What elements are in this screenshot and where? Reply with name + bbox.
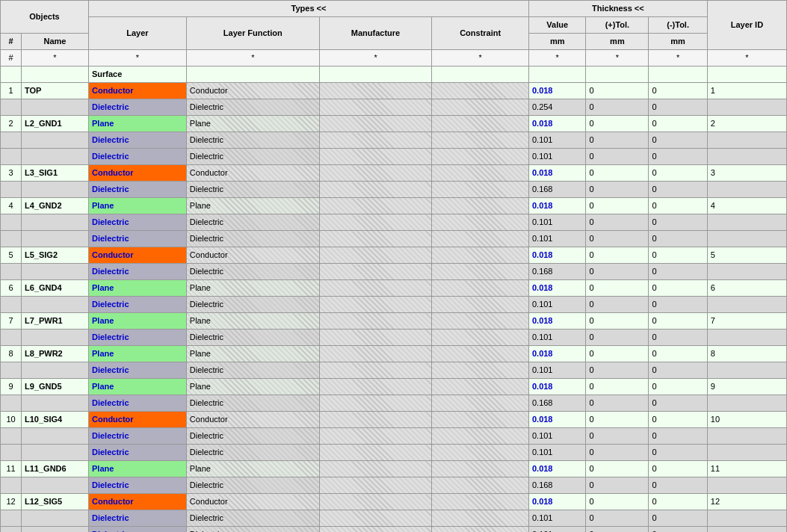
row-layer-type: Conductor: [89, 247, 187, 264]
row-neg-tol: 0: [649, 527, 707, 533]
row-manufacture: [319, 362, 432, 379]
table-row[interactable]: 5L5_SIG2ConductorConductor0.018005: [1, 247, 787, 264]
row-value: 0.101: [528, 132, 585, 149]
row-layer-type: Dielectric: [89, 132, 187, 149]
row-layer-function: Plane: [186, 379, 319, 395]
table-row[interactable]: 11L11_GND6PlanePlane0.0180011: [1, 461, 787, 477]
filter-value[interactable]: *: [528, 50, 585, 66]
row-name: [22, 132, 89, 149]
row-layer-id: [707, 132, 786, 149]
row-name: L4_GND2: [22, 198, 89, 214]
row-name: [22, 182, 89, 198]
table-row[interactable]: 2L2_GND1PlanePlane0.018002: [1, 116, 787, 132]
row-value: 0.018: [528, 494, 585, 510]
row-layer-type: Plane: [89, 461, 187, 477]
row-neg-tol: 0: [649, 99, 707, 116]
row-value: 0.101: [528, 297, 585, 313]
row-layer-id: 8: [707, 346, 786, 362]
row-constraint: [432, 412, 529, 428]
filter-name[interactable]: *: [22, 50, 89, 66]
table-row[interactable]: 10L10_SIG4ConductorConductor0.0180010: [1, 412, 787, 428]
row-neg-tol: 0: [649, 165, 707, 182]
objects-header: Objects: [1, 1, 89, 34]
row-name: L10_SIG4: [22, 412, 89, 428]
row-layer-id: 12: [707, 494, 786, 510]
thickness-header: Thickness <<: [528, 1, 707, 17]
row-layer-function: Conductor: [186, 247, 319, 264]
table-row[interactable]: DielectricDielectric0.10100: [1, 132, 787, 149]
row-pos-tol: 0: [586, 313, 649, 330]
table-row[interactable]: Surface: [1, 66, 787, 83]
table-row[interactable]: DielectricDielectric0.10100: [1, 149, 787, 165]
table-row[interactable]: DielectricDielectric0.16800: [1, 182, 787, 198]
row-layer-id: 4: [707, 198, 786, 214]
filter-hash[interactable]: #: [1, 50, 22, 66]
table-row[interactable]: DielectricDielectric0.10100: [1, 527, 787, 533]
table-row[interactable]: DielectricDielectric0.16800: [1, 477, 787, 494]
row-pos-tol: 0: [586, 116, 649, 132]
table-row[interactable]: 8L8_PWR2PlanePlane0.018008: [1, 346, 787, 362]
row-name: L12_SIG5: [22, 494, 89, 510]
filter-postol[interactable]: *: [586, 50, 649, 66]
table-row[interactable]: DielectricDielectric0.10100: [1, 330, 787, 346]
row-neg-tol: 0: [649, 231, 707, 247]
row-layer-function: Dielectric: [186, 510, 319, 527]
table-row[interactable]: DielectricDielectric0.10100: [1, 445, 787, 461]
table-row[interactable]: DielectricDielectric0.25400: [1, 99, 787, 116]
row-pos-tol: 0: [586, 165, 649, 182]
row-layer-function: Dielectric: [186, 362, 319, 379]
row-layer-id: [707, 395, 786, 412]
row-layer-id: 1: [707, 83, 786, 99]
constraint-subheader: Constraint: [432, 17, 529, 50]
types-header: Types <<: [89, 1, 529, 17]
row-layer-id: [707, 182, 786, 198]
row-number: [1, 330, 22, 346]
filter-constraint[interactable]: *: [432, 50, 529, 66]
row-name: [22, 149, 89, 165]
row-constraint: [432, 280, 529, 297]
table-row[interactable]: DielectricDielectric0.10100: [1, 362, 787, 379]
row-number: 4: [1, 198, 22, 214]
row-layer-id: [707, 362, 786, 379]
table-row[interactable]: 3L3_SIG1ConductorConductor0.018003: [1, 165, 787, 182]
filter-layerid[interactable]: *: [707, 50, 786, 66]
row-neg-tol: 0: [649, 149, 707, 165]
table-row[interactable]: DielectricDielectric0.10100: [1, 510, 787, 527]
row-constraint: [432, 362, 529, 379]
table-row[interactable]: 4L4_GND2PlanePlane0.018004: [1, 198, 787, 214]
table-row[interactable]: DielectricDielectric0.10100: [1, 231, 787, 247]
row-manufacture: [319, 264, 432, 280]
row-layer-function: Dielectric: [186, 132, 319, 149]
table-row[interactable]: 6L6_GND4PlanePlane0.018006: [1, 280, 787, 297]
row-number: [1, 362, 22, 379]
row-pos-tol: 0: [586, 412, 649, 428]
row-constraint: [432, 346, 529, 362]
table-row[interactable]: 12L12_SIG5ConductorConductor0.0180012: [1, 494, 787, 510]
filter-layer[interactable]: *: [89, 50, 187, 66]
table-row[interactable]: DielectricDielectric0.16800: [1, 395, 787, 412]
row-constraint: [432, 116, 529, 132]
table-row[interactable]: DielectricDielectric0.10100: [1, 214, 787, 231]
row-neg-tol: 0: [649, 362, 707, 379]
row-layer-function: Dielectric: [186, 445, 319, 461]
row-number: 11: [1, 461, 22, 477]
row-layer-type: Conductor: [89, 165, 187, 182]
row-pos-tol: 0: [586, 477, 649, 494]
table-row[interactable]: 1TOPConductorConductor0.018001: [1, 83, 787, 99]
row-name: [22, 330, 89, 346]
table-row[interactable]: DielectricDielectric0.10100: [1, 428, 787, 445]
row-manufacture: [319, 461, 432, 477]
row-name: L8_PWR2: [22, 346, 89, 362]
row-constraint: [432, 445, 529, 461]
filter-manufacture[interactable]: *: [319, 50, 432, 66]
row-name: [22, 231, 89, 247]
table-row[interactable]: 9L9_GND5PlanePlane0.018009: [1, 379, 787, 395]
table-row[interactable]: DielectricDielectric0.16800: [1, 264, 787, 280]
filter-negtol[interactable]: *: [649, 50, 707, 66]
row-value: 0.254: [528, 99, 585, 116]
row-name: [22, 527, 89, 533]
table-row[interactable]: 7L7_PWR1PlanePlane0.018007: [1, 313, 787, 330]
filter-layerfunc[interactable]: *: [186, 50, 319, 66]
row-layer-type: Dielectric: [89, 445, 187, 461]
table-row[interactable]: DielectricDielectric0.10100: [1, 297, 787, 313]
